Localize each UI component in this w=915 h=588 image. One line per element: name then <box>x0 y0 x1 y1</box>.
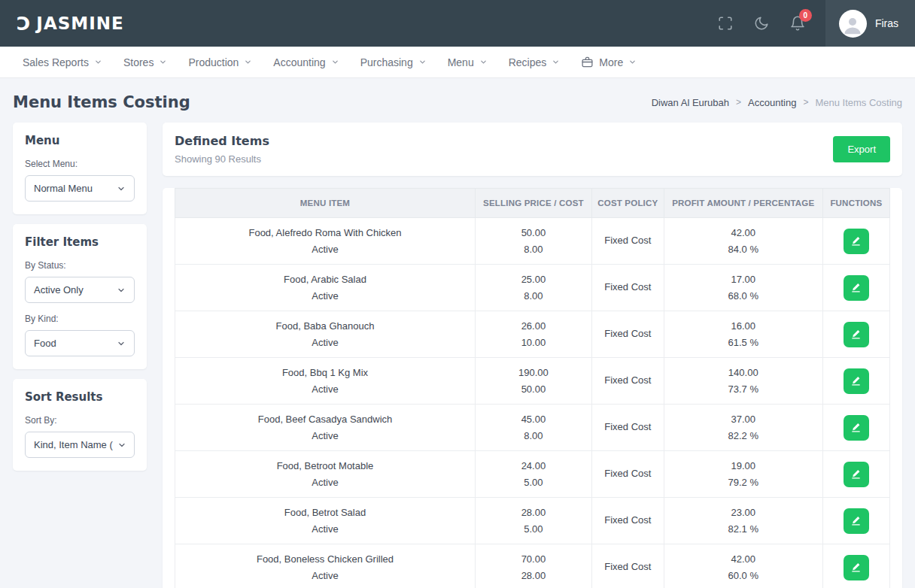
chevron-down-icon <box>244 58 252 66</box>
header-cost-policy: COST POLICY <box>591 189 664 218</box>
notification-badge: 0 <box>799 9 812 22</box>
nav-production[interactable]: Production <box>178 47 263 78</box>
selling-price: 190.00 <box>480 365 587 380</box>
item-cost: 50.00 <box>480 382 587 396</box>
profit-amount: 140.00 <box>669 365 818 380</box>
item-cost: 5.00 <box>480 522 587 536</box>
sort-select[interactable]: Kind, Item Name ( <box>25 432 135 458</box>
selling-price: 45.00 <box>480 412 587 426</box>
moon-icon[interactable] <box>753 15 770 32</box>
results-header-card: Defined Items Showing 90 Results Export <box>163 123 902 176</box>
profit-percentage: 82.2 % <box>669 429 818 443</box>
pencil-icon <box>850 235 862 247</box>
fullscreen-icon[interactable] <box>717 15 734 32</box>
chevron-down-icon <box>117 339 126 348</box>
table-header-row: MENU ITEM SELLING PRICE / COST COST POLI… <box>175 189 890 218</box>
pencil-icon <box>850 422 862 433</box>
topbar: Ɔ JASMINE 0 <box>0 0 915 47</box>
menu-item-name: Food, Betrot Salad <box>180 505 470 520</box>
menu-item-status: Active <box>180 475 470 489</box>
header-functions: FUNCTIONS <box>822 189 889 218</box>
nav-stores[interactable]: Stores <box>113 47 178 78</box>
table-row: Food, Beef Casadya Sandwich Active 45.00… <box>175 405 890 451</box>
profit-percentage: 84.0 % <box>669 242 818 256</box>
nav-accounting[interactable]: Accounting <box>263 47 349 78</box>
pencil-icon <box>850 515 862 526</box>
selling-price: 50.00 <box>480 226 587 240</box>
breadcrumb-accounting[interactable]: Accounting <box>748 97 796 108</box>
cost-policy: Fixed Cost <box>597 326 659 341</box>
filter-panel: Filter Items By Status: Active Only By K… <box>13 224 147 369</box>
edit-item-button[interactable] <box>844 508 869 534</box>
brand-name: JASMINE <box>36 14 123 33</box>
menu-item-name: Food, Arabic Salad <box>180 272 470 286</box>
breadcrumb-restaurant[interactable]: Diwan Al Eurubah <box>652 97 729 108</box>
chevron-down-icon <box>117 286 126 295</box>
user-name: Firas <box>875 17 898 29</box>
edit-item-button[interactable] <box>844 322 869 347</box>
item-cost: 5.00 <box>480 475 587 489</box>
menu-item-status: Active <box>180 242 470 256</box>
bell-icon[interactable]: 0 <box>789 15 806 32</box>
page-title: Menu Items Costing <box>13 93 190 111</box>
nav-sales-reports[interactable]: Sales Reports <box>12 47 113 78</box>
selling-price: 25.00 <box>480 272 587 286</box>
menu-item-name: Food, Beef Casadya Sandwich <box>180 412 470 426</box>
edit-item-button[interactable] <box>844 368 869 394</box>
nav-more[interactable]: More <box>570 47 647 78</box>
pencil-icon <box>850 282 862 293</box>
table-row: Food, Betroot Motable Active 24.00 5.00 … <box>175 451 890 498</box>
edit-item-button[interactable] <box>844 229 869 254</box>
avatar <box>839 10 867 38</box>
nav-recipes[interactable]: Recipes <box>498 47 571 78</box>
nav-purchasing[interactable]: Purchasing <box>350 47 437 78</box>
export-button[interactable]: Export <box>833 136 890 162</box>
pencil-icon <box>850 562 862 573</box>
item-cost: 28.00 <box>480 568 587 583</box>
edit-item-button[interactable] <box>844 275 869 301</box>
profit-amount: 17.00 <box>669 272 818 286</box>
table-card: MENU ITEM SELLING PRICE / COST COST POLI… <box>163 188 902 588</box>
profit-amount: 23.00 <box>669 505 818 520</box>
nav-menu[interactable]: Menu <box>437 47 498 78</box>
edit-item-button[interactable] <box>844 555 869 580</box>
breadcrumb-separator: > <box>736 97 741 108</box>
header-profit: PROFIT AMOUNT / PERCENTAGE <box>664 189 822 218</box>
results-title: Defined Items <box>175 134 269 148</box>
chevron-down-icon <box>479 58 488 66</box>
chevron-down-icon <box>117 441 126 450</box>
status-select[interactable]: Active Only <box>25 277 135 303</box>
menu-item-status: Active <box>180 382 470 396</box>
item-cost: 10.00 <box>480 335 587 350</box>
edit-item-button[interactable] <box>844 415 869 441</box>
menu-select[interactable]: Normal Menu <box>25 175 135 202</box>
menu-panel-title: Menu <box>25 134 135 147</box>
user-menu[interactable]: Firas <box>825 0 915 47</box>
edit-item-button[interactable] <box>844 462 869 487</box>
chevron-down-icon <box>418 58 427 66</box>
menu-item-name: Food, Betroot Motable <box>180 459 470 473</box>
table-row: Food, Baba Ghanouch Active 26.00 10.00 F… <box>175 311 890 358</box>
selling-price: 24.00 <box>480 459 587 473</box>
breadcrumb-separator: > <box>803 97 808 108</box>
profit-percentage: 61.5 % <box>669 335 818 350</box>
profit-amount: 19.00 <box>669 459 818 473</box>
menu-item-name: Food, Alefredo Roma With Chicken <box>180 226 470 240</box>
chevron-down-icon <box>159 58 167 66</box>
menu-item-name: Food, Bbq 1 Kg Mix <box>180 365 470 380</box>
status-filter-label: By Status: <box>25 260 135 271</box>
profit-amount: 42.00 <box>669 226 818 240</box>
table-row: Food, Alefredo Roma With Chicken Active … <box>175 218 890 265</box>
profit-percentage: 68.0 % <box>669 289 818 303</box>
cost-policy: Fixed Cost <box>597 280 659 294</box>
brand-logo[interactable]: Ɔ JASMINE <box>17 14 124 33</box>
sidebar: Menu Select Menu: Normal Menu Filter Ite… <box>13 123 147 480</box>
cost-policy: Fixed Cost <box>597 559 659 574</box>
profit-percentage: 73.7 % <box>669 382 818 396</box>
selling-price: 28.00 <box>480 505 587 520</box>
cost-policy: Fixed Cost <box>597 233 659 247</box>
menu-item-status: Active <box>180 568 470 583</box>
table-row: Food, Arabic Salad Active 25.00 8.00 Fix… <box>175 265 890 311</box>
table-body: Food, Alefredo Roma With Chicken Active … <box>175 218 890 588</box>
kind-select[interactable]: Food <box>25 330 135 356</box>
